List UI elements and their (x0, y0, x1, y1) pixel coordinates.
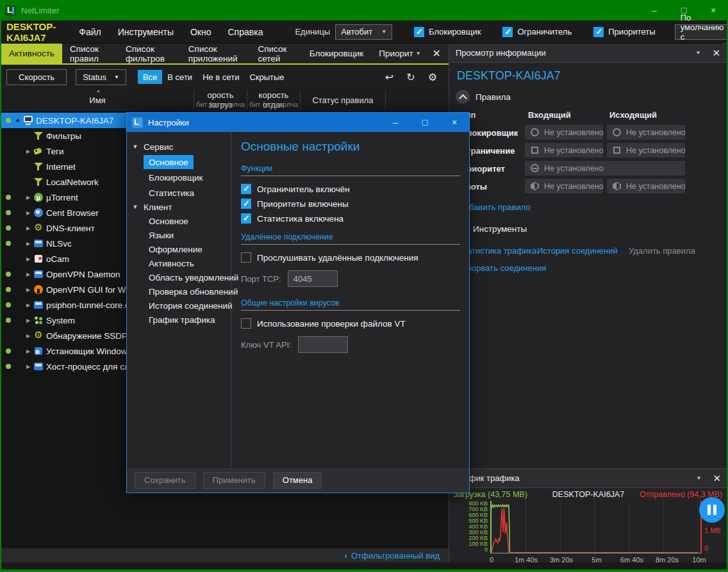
filter-all[interactable]: Все (138, 70, 162, 84)
expander-icon[interactable]: ▶ (23, 287, 33, 293)
limiter-enabled-checkbox[interactable] (241, 184, 251, 194)
expander-icon[interactable]: ▶ (23, 348, 33, 354)
column-divider[interactable] (300, 90, 301, 109)
tab-rule-list[interactable]: Список правил (62, 44, 118, 63)
expander-icon[interactable]: ▶ (23, 210, 33, 216)
rule-blocker-in-button[interactable]: Не установлено (525, 125, 603, 140)
dialog-close-button[interactable]: × (440, 113, 469, 132)
nav-item-client-history[interactable]: История соединений (144, 298, 238, 313)
save-button[interactable]: Сохранить (135, 472, 195, 489)
column-name[interactable]: Имя (1, 95, 194, 105)
expander-icon[interactable]: ▶ (23, 241, 33, 247)
tcp-port-input[interactable] (288, 270, 338, 287)
column-rule-status[interactable]: Статус правила (301, 95, 385, 105)
stats-enabled-checkbox[interactable] (241, 213, 251, 224)
expander-icon[interactable]: ▶ (23, 195, 33, 200)
column-divider[interactable] (194, 90, 194, 109)
tab-activity[interactable]: Активность (1, 44, 62, 63)
tab-app-list[interactable]: Список приложений (181, 44, 251, 63)
tab-priorities[interactable]: Приорит (371, 44, 416, 63)
expander-icon[interactable]: ▶ (23, 302, 33, 308)
column-divider[interactable] (247, 90, 247, 109)
nav-item-client-chart[interactable]: График трафика (144, 313, 220, 327)
remote-listen-row[interactable]: Прослушивать удалённые подключения (241, 252, 460, 263)
dialog-maximize-button[interactable]: □ (410, 113, 440, 132)
nav-item-service-general[interactable]: Основное (144, 155, 194, 169)
vt-api-key-input[interactable] (298, 336, 348, 353)
column-divider[interactable] (385, 90, 386, 109)
close-icon[interactable]: ✕ (713, 473, 721, 484)
priorities-enabled-checkbox[interactable] (241, 199, 251, 209)
apply-button[interactable]: Применить (203, 472, 265, 489)
chevron-down-icon[interactable]: ▼ (127, 204, 144, 210)
expander-icon[interactable]: ▶ (23, 333, 33, 339)
expander-icon[interactable]: ▶ (23, 272, 33, 277)
remove-rules-link[interactable]: Удалить правила (629, 246, 695, 256)
nav-item-client-updates[interactable]: Проверка обновлений (144, 284, 243, 298)
status-dropdown[interactable]: Status ▼ (76, 69, 126, 85)
expander-icon[interactable]: ▼ (13, 116, 23, 126)
nav-group-client[interactable]: ▼ Клиент (127, 200, 231, 214)
chevron-down-icon[interactable]: ▼ (416, 44, 425, 63)
view-preset-dropdown[interactable]: По умолчанию с диаграммой ▼ (675, 24, 728, 40)
expander-icon[interactable]: ▶ (23, 149, 33, 154)
nav-item-client-appearance[interactable]: Оформление (144, 242, 208, 256)
limiter-enabled-row[interactable]: Ограничитель включён (241, 184, 460, 194)
collapse-icon[interactable]: ▼ (697, 475, 702, 481)
expander-icon[interactable]: ▶ (23, 256, 33, 262)
rule-priority-button[interactable]: Не установлено (525, 161, 685, 176)
nav-group-service[interactable]: ▼ Сервис (127, 140, 231, 154)
nav-item-service-stats[interactable]: Статистика (144, 186, 199, 200)
priorities-enabled-row[interactable]: Приоритеты включены (241, 199, 460, 209)
traffic-plot[interactable] (490, 501, 702, 553)
rule-quota-out-button[interactable]: Не установлено (607, 179, 685, 193)
close-icon[interactable]: ✕ (712, 47, 720, 59)
limiter-checkbox[interactable] (502, 27, 513, 37)
rule-blocker-out-button[interactable]: Не установлено (607, 125, 685, 140)
priorities-checkbox[interactable] (593, 27, 604, 37)
tab-network-list[interactable]: Список сетей (250, 44, 301, 63)
connection-history-link[interactable]: История соединений (537, 246, 618, 256)
filter-hidden[interactable]: Скрытые (244, 70, 289, 84)
chevron-down-icon[interactable]: ▼ (127, 143, 144, 150)
priorities-toggle[interactable]: Приоритеты (593, 27, 655, 37)
nav-item-client-activity[interactable]: Активность (144, 256, 199, 270)
minimize-button[interactable]: – (640, 0, 669, 20)
undo-icon[interactable]: ↩ (385, 71, 393, 83)
gear-icon[interactable]: ⚙ (428, 71, 437, 83)
expander-icon[interactable]: ▶ (23, 318, 33, 323)
remote-listen-checkbox[interactable] (241, 252, 251, 263)
vt-check-checkbox[interactable] (241, 318, 251, 329)
collapse-up-icon[interactable] (456, 90, 470, 104)
stats-enabled-row[interactable]: Статистика включена (241, 213, 460, 224)
kill-connections-link[interactable]: Разорвать соединения (458, 263, 546, 273)
blocker-toggle[interactable]: Блокировщик (414, 27, 481, 37)
cancel-button[interactable]: Отмена (273, 472, 322, 489)
filter-offline[interactable]: Не в сети (197, 70, 244, 84)
limiter-toggle[interactable]: Ограничитель (502, 27, 572, 37)
menu-window[interactable]: Окно (190, 27, 211, 37)
dialog-minimize-button[interactable]: – (381, 113, 410, 132)
rule-quota-in-button[interactable]: Не установлено (525, 179, 603, 193)
menu-tools[interactable]: Инструменты (118, 27, 174, 37)
nav-item-client-general[interactable]: Основное (144, 214, 194, 228)
expander-icon[interactable]: ▶ (23, 364, 33, 370)
tab-close-icon[interactable]: ✕ (425, 44, 449, 63)
tab-blocker[interactable]: Блокировщик (302, 44, 371, 63)
filtered-view-link[interactable]: Отфильтрованный вид (351, 551, 440, 560)
expander-icon[interactable]: ▶ (23, 225, 33, 231)
nav-item-client-tray[interactable]: Область уведомлений (144, 270, 244, 284)
rule-limit-out-button[interactable]: Не установлено (607, 143, 685, 158)
blocker-checkbox[interactable] (414, 27, 424, 37)
tab-filter-list[interactable]: Список фильтров (118, 44, 181, 63)
rule-limit-in-button[interactable]: Не установлено (525, 143, 603, 158)
filter-online[interactable]: В сети (162, 70, 197, 84)
units-dropdown[interactable]: Автобит ▼ (335, 24, 392, 40)
menu-help[interactable]: Справка (228, 27, 263, 37)
nav-item-client-languages[interactable]: Языки (144, 228, 179, 242)
nav-item-service-blocker[interactable]: Блокировщик (144, 170, 208, 184)
speed-button[interactable]: Скорость (6, 69, 67, 85)
menu-file[interactable]: Файл (79, 27, 101, 37)
collapse-icon[interactable]: ▼ (696, 50, 701, 56)
refresh-icon[interactable]: ↻ (406, 71, 415, 83)
